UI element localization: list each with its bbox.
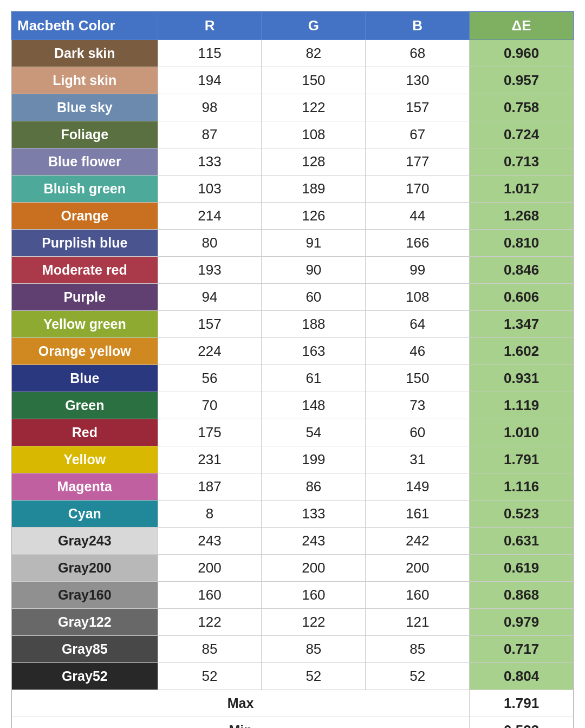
color-name-cell: Dark skin — [12, 40, 158, 67]
de-value-cell: 0.523 — [470, 500, 574, 528]
g-value-cell: 163 — [262, 338, 366, 365]
r-value-cell: 193 — [158, 257, 262, 284]
g-value-cell: 189 — [262, 176, 366, 203]
col-header-de: ΔE — [470, 12, 574, 40]
g-value-cell: 60 — [262, 284, 366, 311]
col-header-macbeth: Macbeth Color — [12, 12, 158, 40]
g-value-cell: 52 — [262, 663, 366, 690]
color-name-cell: Orange — [12, 203, 158, 230]
r-value-cell: 160 — [158, 582, 262, 609]
b-value-cell: 161 — [366, 500, 470, 528]
color-name-cell: Cyan — [12, 500, 158, 528]
color-name-cell: Gray160 — [12, 582, 158, 609]
color-name-cell: Blue flower — [12, 148, 158, 176]
g-value-cell: 82 — [262, 40, 366, 67]
color-name-cell: Yellow — [12, 446, 158, 473]
table-row: Purple94601080.606 — [12, 284, 574, 311]
color-name-cell: Purple — [12, 284, 158, 311]
color-name-cell: Yellow green — [12, 311, 158, 338]
r-value-cell: 94 — [158, 284, 262, 311]
color-name-cell: Gray200 — [12, 555, 158, 582]
table-row: Gray1221221221210.979 — [12, 609, 574, 636]
de-value-cell: 0.957 — [470, 67, 574, 94]
b-value-cell: 170 — [366, 176, 470, 203]
col-header-b: B — [366, 12, 470, 40]
footer-label-cell: Min — [12, 717, 470, 729]
g-value-cell: 122 — [262, 94, 366, 121]
table-row: Blue56611500.931 — [12, 365, 574, 392]
de-value-cell: 1.268 — [470, 203, 574, 230]
r-value-cell: 194 — [158, 67, 262, 94]
de-value-cell: 1.791 — [470, 446, 574, 473]
table-row: Orange214126441.268 — [12, 203, 574, 230]
b-value-cell: 108 — [366, 284, 470, 311]
color-name-cell: Purplish blue — [12, 230, 158, 257]
b-value-cell: 52 — [366, 663, 470, 690]
de-value-cell: 0.717 — [470, 636, 574, 663]
b-value-cell: 73 — [366, 392, 470, 419]
g-value-cell: 91 — [262, 230, 366, 257]
g-value-cell: 150 — [262, 67, 366, 94]
b-value-cell: 177 — [366, 148, 470, 176]
g-value-cell: 148 — [262, 392, 366, 419]
b-value-cell: 157 — [366, 94, 470, 121]
table-row: Bluish green1031891701.017 — [12, 176, 574, 203]
color-name-cell: Bluish green — [12, 176, 158, 203]
b-value-cell: 149 — [366, 473, 470, 500]
g-value-cell: 128 — [262, 148, 366, 176]
de-value-cell: 0.846 — [470, 257, 574, 284]
table-row: Moderate red19390990.846 — [12, 257, 574, 284]
table-row: Gray525252520.804 — [12, 663, 574, 690]
color-name-cell: Blue — [12, 365, 158, 392]
footer-row: Min0.523 — [12, 717, 574, 729]
b-value-cell: 130 — [366, 67, 470, 94]
de-value-cell: 0.619 — [470, 555, 574, 582]
r-value-cell: 56 — [158, 365, 262, 392]
de-value-cell: 0.960 — [470, 40, 574, 67]
color-name-cell: Gray85 — [12, 636, 158, 663]
r-value-cell: 8 — [158, 500, 262, 528]
b-value-cell: 160 — [366, 582, 470, 609]
color-name-cell: Moderate red — [12, 257, 158, 284]
color-name-cell: Gray243 — [12, 528, 158, 555]
g-value-cell: 61 — [262, 365, 366, 392]
de-value-cell: 0.606 — [470, 284, 574, 311]
r-value-cell: 243 — [158, 528, 262, 555]
footer-value-cell: 0.523 — [470, 717, 574, 729]
r-value-cell: 187 — [158, 473, 262, 500]
g-value-cell: 199 — [262, 446, 366, 473]
b-value-cell: 64 — [366, 311, 470, 338]
b-value-cell: 200 — [366, 555, 470, 582]
de-value-cell: 0.931 — [470, 365, 574, 392]
g-value-cell: 126 — [262, 203, 366, 230]
r-value-cell: 200 — [158, 555, 262, 582]
g-value-cell: 243 — [262, 528, 366, 555]
color-name-cell: Gray122 — [12, 609, 158, 636]
table-row: Magenta187861491.116 — [12, 473, 574, 500]
r-value-cell: 175 — [158, 419, 262, 446]
b-value-cell: 85 — [366, 636, 470, 663]
b-value-cell: 46 — [366, 338, 470, 365]
r-value-cell: 85 — [158, 636, 262, 663]
r-value-cell: 115 — [158, 40, 262, 67]
g-value-cell: 108 — [262, 121, 366, 148]
b-value-cell: 166 — [366, 230, 470, 257]
table-header-row: Macbeth Color R G B ΔE — [12, 12, 574, 40]
de-value-cell: 0.758 — [470, 94, 574, 121]
g-value-cell: 160 — [262, 582, 366, 609]
footer-row: Max1.791 — [12, 690, 574, 717]
color-name-cell: Gray52 — [12, 663, 158, 690]
table-row: Blue sky981221570.758 — [12, 94, 574, 121]
de-value-cell: 0.804 — [470, 663, 574, 690]
table-row: Purplish blue80911660.810 — [12, 230, 574, 257]
b-value-cell: 67 — [366, 121, 470, 148]
color-name-cell: Magenta — [12, 473, 158, 500]
de-value-cell: 1.347 — [470, 311, 574, 338]
de-value-cell: 0.979 — [470, 609, 574, 636]
color-name-cell: Green — [12, 392, 158, 419]
g-value-cell: 86 — [262, 473, 366, 500]
r-value-cell: 98 — [158, 94, 262, 121]
table-row: Gray2002002002000.619 — [12, 555, 574, 582]
table-row: Red17554601.010 — [12, 419, 574, 446]
b-value-cell: 31 — [366, 446, 470, 473]
